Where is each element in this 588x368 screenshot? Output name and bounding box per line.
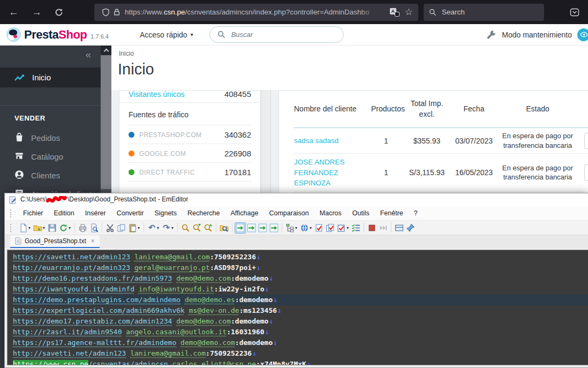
bookmark-star-icon[interactable]: ☆ <box>405 6 413 18</box>
dropdown-caret-icon[interactable]: ▾ <box>157 226 159 230</box>
menu-help[interactable]: ? <box>409 209 423 217</box>
save-icon[interactable] <box>47 222 58 234</box>
translate-icon[interactable]: A <box>390 8 399 17</box>
dropdown-caret-icon[interactable]: ▾ <box>171 226 174 230</box>
url-bar[interactable]: https://www.csn.pe/csnventas/admincsn/in… <box>94 4 418 21</box>
emeditor-tabbar: Good_PrestaShop.txt × <box>5 235 588 248</box>
password: iw22y-in2fo <box>218 285 265 293</box>
view-order-button[interactable] <box>584 164 588 181</box>
dropdown-caret-icon[interactable]: ▾ <box>310 226 312 230</box>
sidebar-menu: PedidosCatálogoClientesAtención al clien… <box>0 129 101 204</box>
menu-ins-rer[interactable]: Insérer <box>80 209 111 217</box>
customer-name-link[interactable]: JOSE ANDRES FERNANDEZ ESPINOZA <box>294 154 369 192</box>
menubar-grip[interactable] <box>10 209 12 217</box>
toolbar-separator <box>364 223 364 232</box>
sidebar-item-pedidos[interactable]: Pedidos <box>0 129 101 147</box>
menu-comparaison[interactable]: Comparaison <box>263 209 314 217</box>
menu-convertir[interactable]: Convertir <box>111 209 149 217</box>
menu-macros[interactable]: Macros <box>314 209 347 217</box>
print-icon[interactable] <box>77 222 88 234</box>
paste-icon[interactable] <box>127 222 138 234</box>
browser-search[interactable] <box>424 4 544 21</box>
menu-affichage[interactable]: Affichage <box>225 209 264 217</box>
dropdown-caret-icon[interactable]: ▾ <box>346 226 349 230</box>
customer-name-link[interactable]: sadsa sadasd <box>294 132 369 149</box>
dropdown-caret-icon[interactable]: ▾ <box>69 226 71 230</box>
macro-list-icon[interactable] <box>350 222 361 234</box>
dropdown-caret-icon[interactable]: ▾ <box>138 226 140 230</box>
lock-icon[interactable] <box>113 8 120 16</box>
macro-options-icon[interactable] <box>336 222 347 234</box>
run-macro-multiple-icon[interactable] <box>325 222 336 234</box>
sidebar-item-cat-logo[interactable]: Catálogo <box>0 147 101 166</box>
browser-reload-button[interactable] <box>51 6 66 19</box>
redo-icon[interactable]: ↷ <box>161 222 172 234</box>
wrap-by-characters-icon[interactable] <box>246 222 257 234</box>
dropdown-caret-icon[interactable]: ▾ <box>295 226 297 230</box>
pocket-icon[interactable] <box>570 8 579 17</box>
menu-signets[interactable]: Signets <box>149 209 182 217</box>
admin-search-input[interactable] <box>230 30 321 39</box>
sidebar-item-inicio[interactable]: Inicio <box>0 67 101 87</box>
copy-icon[interactable] <box>116 222 127 234</box>
open-file-icon[interactable] <box>32 222 43 234</box>
menu-recherche[interactable]: Recherche <box>182 209 225 217</box>
password: 7509252236 <box>214 253 256 261</box>
sidebar-item-clientes[interactable]: Clientes <box>0 166 101 185</box>
always-on-top-icon[interactable] <box>405 222 416 234</box>
editor-text-area[interactable]: https://savetti.net/admin123 lanirema@gm… <box>7 250 588 365</box>
scrollbar-thumb[interactable] <box>101 55 111 189</box>
tab-good-prestashop[interactable]: Good_PrestaShop.txt × <box>10 235 100 248</box>
encoding-icon[interactable] <box>299 222 310 234</box>
emeditor-titlebar[interactable]: C:\Users\\Desktop\Good_PrestaShop.txt - … <box>5 193 588 206</box>
scrollbar-up-button[interactable] <box>101 46 111 55</box>
plugins-icon[interactable] <box>284 222 296 234</box>
tracking-shield-icon[interactable] <box>102 8 110 17</box>
new-file-icon[interactable] <box>18 222 29 234</box>
toolbar-separator <box>391 223 391 232</box>
cut-icon[interactable] <box>104 222 116 234</box>
find-previous-icon[interactable] <box>202 222 214 234</box>
reload-icon[interactable] <box>58 222 69 234</box>
highlighted-url-match: https://www.csn.pe <box>13 360 88 365</box>
menu-outils[interactable]: Outils <box>347 209 375 217</box>
menu-fen-tre[interactable]: Fenêtre <box>375 209 409 217</box>
emeditor-menubar: FichierEditionInsérerConvertirSignetsRec… <box>5 206 588 220</box>
wrap-by-window-icon[interactable] <box>257 222 268 234</box>
find-in-files-icon[interactable] <box>218 222 230 234</box>
tab-close-icon[interactable]: × <box>91 237 95 245</box>
menu-fichier[interactable]: Fichier <box>18 209 49 217</box>
run-macro-icon[interactable] <box>313 222 325 234</box>
menu-edition[interactable]: Edition <box>49 209 80 217</box>
admin-search[interactable] <box>209 26 344 43</box>
find-icon[interactable] <box>180 222 191 234</box>
wrap-by-page-icon[interactable] <box>268 222 280 234</box>
line-break-glyph: ↓ <box>273 339 277 347</box>
line-break-glyph: ↓ <box>306 360 311 365</box>
browser-forward-button[interactable]: → <box>28 5 45 19</box>
line-break-glyph: ↓ <box>265 328 269 336</box>
traffic-sources: Fuentes de tráfico PRESTASHOP.COM340362G… <box>119 103 260 182</box>
find-next-icon[interactable] <box>191 222 202 234</box>
toolbar-grip[interactable] <box>10 224 12 232</box>
dropdown-caret-icon[interactable]: ▾ <box>43 226 45 230</box>
view-shop-eye-icon[interactable] <box>577 28 588 41</box>
dropdown-caret-icon[interactable]: ▾ <box>28 226 31 230</box>
emeditor-client-area: https://savetti.net/admin123 lanirema@gm… <box>5 248 588 367</box>
unique-visitors-link[interactable]: Visitantes únicos <box>129 90 185 99</box>
print-preview-icon[interactable] <box>88 222 100 234</box>
play-macro-icon[interactable] <box>378 222 389 234</box>
record-macro-icon[interactable] <box>366 222 378 234</box>
split-window-icon[interactable] <box>394 222 405 234</box>
browser-search-input[interactable] <box>441 7 521 17</box>
view-order-button[interactable] <box>584 133 588 149</box>
sidebar-collapse-button[interactable]: « <box>0 46 101 63</box>
credential-line: http://savetti.net/admin123 lanirema@gma… <box>13 348 588 359</box>
quick-access-dropdown[interactable]: Acceso rápido▾ <box>140 31 193 39</box>
credential-line: https://expertlogiciel.com/admin669akhv6… <box>13 305 588 316</box>
customers-person-icon <box>14 170 24 181</box>
undo-icon[interactable]: ↶ <box>146 222 157 234</box>
brand-name: PrestaShop <box>24 28 87 42</box>
browser-back-button[interactable]: ← <box>5 5 22 19</box>
no-wrap-icon[interactable] <box>235 222 246 234</box>
